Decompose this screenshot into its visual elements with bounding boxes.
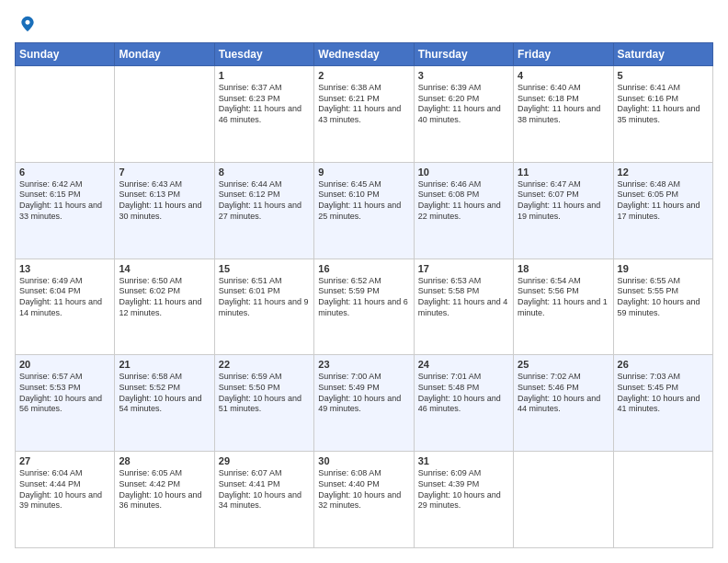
cell-info: Sunrise: 6:04 AM Sunset: 4:44 PM Dayligh… (19, 468, 110, 511)
calendar-header-friday: Friday (514, 43, 613, 66)
calendar-cell: 21Sunrise: 6:58 AM Sunset: 5:52 PM Dayli… (115, 355, 214, 452)
calendar-week-2: 6Sunrise: 6:42 AM Sunset: 6:15 PM Daylig… (16, 162, 713, 259)
day-number: 18 (518, 263, 609, 274)
cell-info: Sunrise: 7:03 AM Sunset: 5:45 PM Dayligh… (618, 372, 709, 415)
calendar-cell: 4Sunrise: 6:40 AM Sunset: 6:18 PM Daylig… (514, 66, 613, 163)
calendar-table: SundayMondayTuesdayWednesdayThursdayFrid… (15, 42, 713, 548)
cell-info: Sunrise: 6:59 AM Sunset: 5:50 PM Dayligh… (219, 372, 310, 415)
calendar-cell: 15Sunrise: 6:51 AM Sunset: 6:01 PM Dayli… (214, 259, 313, 355)
day-number: 8 (219, 167, 310, 178)
cell-info: Sunrise: 6:46 AM Sunset: 6:08 PM Dayligh… (418, 179, 509, 223)
cell-info: Sunrise: 6:53 AM Sunset: 5:58 PM Dayligh… (418, 276, 509, 319)
calendar-cell: 17Sunrise: 6:53 AM Sunset: 5:58 PM Dayli… (414, 259, 513, 355)
day-number: 15 (219, 263, 310, 274)
calendar-cell: 9Sunrise: 6:45 AM Sunset: 6:10 PM Daylig… (314, 162, 414, 259)
calendar-cell: 5Sunrise: 6:41 AM Sunset: 6:16 PM Daylig… (613, 66, 712, 163)
day-number: 17 (418, 263, 509, 274)
calendar-cell: 1Sunrise: 6:37 AM Sunset: 6:23 PM Daylig… (214, 66, 313, 163)
day-number: 3 (418, 70, 509, 81)
cell-info: Sunrise: 6:09 AM Sunset: 4:39 PM Dayligh… (418, 468, 509, 511)
day-number: 6 (19, 167, 110, 178)
day-number: 2 (318, 70, 409, 81)
calendar-cell: 20Sunrise: 6:57 AM Sunset: 5:53 PM Dayli… (16, 355, 115, 452)
calendar-header-monday: Monday (115, 43, 214, 66)
calendar-cell: 7Sunrise: 6:43 AM Sunset: 6:13 PM Daylig… (115, 162, 214, 259)
day-number: 28 (119, 455, 210, 466)
calendar-cell: 16Sunrise: 6:52 AM Sunset: 5:59 PM Dayli… (314, 259, 414, 355)
calendar-cell: 10Sunrise: 6:46 AM Sunset: 6:08 PM Dayli… (414, 162, 513, 259)
cell-info: Sunrise: 6:50 AM Sunset: 6:02 PM Dayligh… (119, 276, 210, 319)
calendar-cell (16, 66, 115, 163)
cell-info: Sunrise: 6:43 AM Sunset: 6:13 PM Dayligh… (119, 179, 210, 223)
day-number: 24 (418, 359, 509, 370)
calendar-cell: 11Sunrise: 6:47 AM Sunset: 6:07 PM Dayli… (514, 162, 613, 259)
calendar-cell (613, 452, 712, 548)
day-number: 12 (618, 167, 709, 178)
cell-info: Sunrise: 6:58 AM Sunset: 5:52 PM Dayligh… (119, 372, 210, 415)
cell-info: Sunrise: 6:08 AM Sunset: 4:40 PM Dayligh… (318, 468, 409, 511)
cell-info: Sunrise: 6:52 AM Sunset: 5:59 PM Dayligh… (318, 276, 409, 319)
logo-icon (18, 15, 37, 33)
cell-info: Sunrise: 6:55 AM Sunset: 5:55 PM Dayligh… (618, 276, 709, 319)
cell-info: Sunrise: 6:41 AM Sunset: 6:16 PM Dayligh… (618, 83, 709, 126)
calendar-header-sunday: Sunday (16, 43, 115, 66)
day-number: 16 (318, 263, 409, 274)
cell-info: Sunrise: 7:02 AM Sunset: 5:46 PM Dayligh… (518, 372, 609, 415)
cell-info: Sunrise: 6:47 AM Sunset: 6:07 PM Dayligh… (518, 179, 609, 223)
day-number: 21 (119, 359, 210, 370)
calendar-week-3: 13Sunrise: 6:49 AM Sunset: 6:04 PM Dayli… (16, 259, 713, 355)
cell-info: Sunrise: 6:40 AM Sunset: 6:18 PM Dayligh… (518, 83, 609, 126)
calendar-cell: 2Sunrise: 6:38 AM Sunset: 6:21 PM Daylig… (314, 66, 414, 163)
calendar-week-5: 27Sunrise: 6:04 AM Sunset: 4:44 PM Dayli… (16, 452, 713, 548)
calendar-header-tuesday: Tuesday (214, 43, 313, 66)
cell-info: Sunrise: 6:07 AM Sunset: 4:41 PM Dayligh… (219, 468, 310, 511)
day-number: 14 (119, 263, 210, 274)
day-number: 5 (618, 70, 709, 81)
calendar-week-1: 1Sunrise: 6:37 AM Sunset: 6:23 PM Daylig… (16, 66, 713, 163)
calendar-cell: 3Sunrise: 6:39 AM Sunset: 6:20 PM Daylig… (414, 66, 513, 163)
calendar-header-thursday: Thursday (414, 43, 513, 66)
cell-info: Sunrise: 6:57 AM Sunset: 5:53 PM Dayligh… (19, 372, 110, 415)
cell-info: Sunrise: 7:01 AM Sunset: 5:48 PM Dayligh… (418, 372, 509, 415)
logo (15, 15, 40, 33)
cell-info: Sunrise: 6:49 AM Sunset: 6:04 PM Dayligh… (19, 276, 110, 319)
day-number: 25 (518, 359, 609, 370)
header (15, 15, 713, 33)
calendar-cell: 13Sunrise: 6:49 AM Sunset: 6:04 PM Dayli… (16, 259, 115, 355)
day-number: 30 (318, 455, 409, 466)
cell-info: Sunrise: 6:42 AM Sunset: 6:15 PM Dayligh… (19, 179, 110, 223)
day-number: 1 (219, 70, 310, 81)
day-number: 20 (19, 359, 110, 370)
day-number: 4 (518, 70, 609, 81)
calendar-cell: 6Sunrise: 6:42 AM Sunset: 6:15 PM Daylig… (16, 162, 115, 259)
day-number: 19 (618, 263, 709, 274)
calendar-cell: 29Sunrise: 6:07 AM Sunset: 4:41 PM Dayli… (214, 452, 313, 548)
calendar-cell: 18Sunrise: 6:54 AM Sunset: 5:56 PM Dayli… (514, 259, 613, 355)
day-number: 23 (318, 359, 409, 370)
calendar-cell (514, 452, 613, 548)
day-number: 27 (19, 455, 110, 466)
calendar-cell: 25Sunrise: 7:02 AM Sunset: 5:46 PM Dayli… (514, 355, 613, 452)
day-number: 11 (518, 167, 609, 178)
cell-info: Sunrise: 6:48 AM Sunset: 6:05 PM Dayligh… (618, 179, 709, 223)
calendar-cell: 14Sunrise: 6:50 AM Sunset: 6:02 PM Dayli… (115, 259, 214, 355)
day-number: 13 (19, 263, 110, 274)
cell-info: Sunrise: 6:51 AM Sunset: 6:01 PM Dayligh… (219, 276, 310, 319)
cell-info: Sunrise: 6:45 AM Sunset: 6:10 PM Dayligh… (318, 179, 409, 223)
cell-info: Sunrise: 6:44 AM Sunset: 6:12 PM Dayligh… (219, 179, 310, 223)
page: SundayMondayTuesdayWednesdayThursdayFrid… (0, 0, 728, 563)
day-number: 29 (219, 455, 310, 466)
day-number: 31 (418, 455, 509, 466)
calendar-cell: 28Sunrise: 6:05 AM Sunset: 4:42 PM Dayli… (115, 452, 214, 548)
day-number: 22 (219, 359, 310, 370)
calendar-cell: 26Sunrise: 7:03 AM Sunset: 5:45 PM Dayli… (613, 355, 712, 452)
calendar-header-saturday: Saturday (613, 43, 712, 66)
calendar-header-row: SundayMondayTuesdayWednesdayThursdayFrid… (16, 43, 713, 66)
calendar-header-wednesday: Wednesday (314, 43, 414, 66)
calendar-cell: 31Sunrise: 6:09 AM Sunset: 4:39 PM Dayli… (414, 452, 513, 548)
day-number: 26 (618, 359, 709, 370)
calendar-cell: 12Sunrise: 6:48 AM Sunset: 6:05 PM Dayli… (613, 162, 712, 259)
cell-info: Sunrise: 7:00 AM Sunset: 5:49 PM Dayligh… (318, 372, 409, 415)
calendar-cell: 23Sunrise: 7:00 AM Sunset: 5:49 PM Dayli… (314, 355, 414, 452)
cell-info: Sunrise: 6:38 AM Sunset: 6:21 PM Dayligh… (318, 83, 409, 126)
